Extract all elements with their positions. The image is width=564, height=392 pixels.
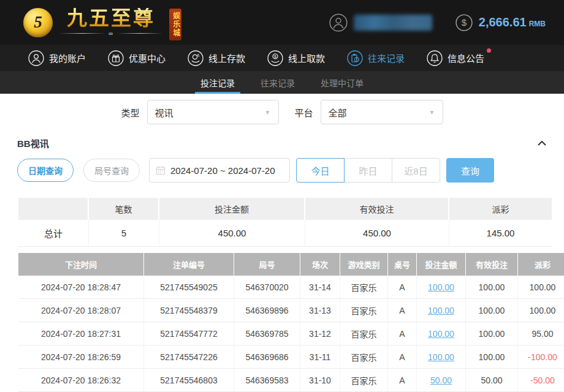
table-no: A — [388, 369, 417, 391]
balance-amount: 2,666.61 — [479, 15, 527, 29]
quick-range-group: 今日 昨日 近8日 — [296, 158, 440, 183]
balance-chip[interactable]: $ 2,666.61RMB — [455, 14, 546, 31]
type-select[interactable]: 视讯 ▼ — [147, 100, 279, 124]
table-row: 2024-07-20 18:27:31521745547772546369785… — [18, 322, 564, 345]
table-row: 2024-07-20 18:26:59521745547226546369686… — [18, 345, 564, 369]
today-button[interactable]: 今日 — [296, 158, 345, 183]
col-session: 场次 — [300, 253, 340, 276]
nav-item-deposit[interactable]: 线上存款 — [188, 50, 245, 66]
col-payout: 派彩 — [518, 253, 564, 276]
page: 5 九五至尊 ∞ 娱乐城 $ — [0, 0, 564, 392]
valid-bet: 100.00 — [466, 345, 518, 368]
game-type: 百家乐 — [340, 299, 388, 322]
search-button[interactable]: 查询 — [446, 158, 494, 183]
withdraw-icon: $ — [267, 50, 283, 66]
tab-processing-orders[interactable]: 处理中订单 — [317, 71, 367, 94]
order-id: 521745547772 — [144, 322, 234, 345]
svg-text:$: $ — [274, 54, 276, 58]
calendar-icon — [156, 165, 166, 175]
filter-row: 类型 视讯 ▼ 平台 全部 ▼ — [0, 100, 564, 124]
summary-header-row: 笔数 投注金额 有效投注 派彩 — [18, 198, 552, 220]
bell-icon — [427, 50, 443, 66]
bet-amount-link[interactable]: 100.00 — [417, 299, 466, 322]
username-redacted — [354, 15, 432, 31]
payout: 95.00 — [518, 322, 564, 345]
sub-tabbar: 投注记录 往来记录 处理中订单 — [0, 71, 564, 94]
nav-item-promotions[interactable]: 优惠中心 — [108, 50, 166, 66]
bet-amount-link[interactable]: 50.00 — [417, 369, 466, 391]
summary-header-count: 笔数 — [89, 198, 159, 220]
table-row: 2024-07-20 18:28:07521745548379546369896… — [18, 299, 564, 322]
bet-time: 2024-07-20 18:28:07 — [18, 299, 144, 322]
table-header-row: 下注时间 注单编号 局号 场次 游戏类别 桌号 投注金额 有效投注 派彩 — [18, 253, 564, 276]
account-chip[interactable] — [329, 13, 432, 32]
chevron-down-icon: ▼ — [259, 109, 271, 116]
round-id: 546369785 — [234, 322, 300, 345]
nav-item-records[interactable]: 往来记录 — [347, 50, 405, 66]
nav-label: 优惠中心 — [129, 51, 166, 64]
game-type: 百家乐 — [340, 345, 388, 368]
session: 31-13 — [300, 299, 340, 322]
table-no: A — [388, 276, 417, 298]
records-icon — [347, 50, 363, 66]
payout: 100.00 — [518, 299, 564, 322]
summary-total-row: 总计 5 450.00 450.00 145.00 — [18, 220, 552, 247]
nav-item-withdraw[interactable]: $ 线上取款 — [267, 50, 325, 66]
logo-mark-icon: 5 — [23, 8, 53, 37]
game-type: 百家乐 — [340, 276, 388, 298]
type-select-value: 视讯 — [155, 106, 173, 119]
col-bet-time: 下注时间 — [18, 253, 144, 276]
order-id: 521745549025 — [144, 276, 234, 298]
game-type: 百家乐 — [340, 369, 388, 391]
platform-select[interactable]: 全部 ▼ — [321, 100, 443, 124]
col-round-id: 局号 — [234, 253, 300, 276]
last-8-days-button[interactable]: 近8日 — [392, 158, 440, 183]
summary-payout-value: 145.00 — [449, 220, 552, 246]
valid-bet: 100.00 — [466, 299, 518, 322]
order-id: 521745546803 — [144, 369, 234, 391]
bet-amount-link[interactable]: 100.00 — [417, 276, 466, 298]
col-valid-bet: 有效投注 — [466, 253, 518, 276]
notification-dot — [487, 48, 491, 53]
bet-amount-link[interactable]: 100.00 — [417, 322, 466, 345]
brand-flourish: ∞ — [59, 30, 163, 37]
platform-select-value: 全部 — [329, 106, 347, 119]
yesterday-button[interactable]: 昨日 — [344, 158, 392, 183]
table-no: A — [388, 299, 417, 322]
summary-header-valid-bet: 有效投注 — [305, 198, 449, 220]
bet-records-table: 下注时间 注单编号 局号 场次 游戏类别 桌号 投注金额 有效投注 派彩 202… — [18, 253, 564, 392]
nav-item-announcements[interactable]: 信息公告 — [427, 50, 484, 66]
nav-item-my-account[interactable]: 我的账户 — [28, 50, 86, 66]
deposit-icon — [188, 50, 204, 66]
section-header: BB视讯 — [17, 137, 547, 149]
date-range-input[interactable]: 2024-07-20 ~ 2024-07-20 — [149, 158, 290, 183]
query-toolbar: 日期查询 局号查询 2024-07-20 ~ 2024-07-20 今日 昨日 … — [17, 158, 564, 183]
bet-amount-link[interactable]: 100.00 — [417, 345, 466, 368]
nav-label: 线上取款 — [288, 51, 325, 64]
round-query-button[interactable]: 局号查询 — [83, 159, 140, 182]
valid-bet: 50.00 — [466, 369, 518, 391]
table-no: A — [388, 322, 417, 345]
round-id: 546369583 — [234, 369, 300, 391]
order-id: 521745547226 — [144, 345, 234, 368]
table-row: 2024-07-20 18:26:32521745546803546369583… — [18, 369, 564, 392]
session: 31-14 — [300, 276, 340, 298]
col-order-id: 注单编号 — [144, 253, 234, 276]
brand-logo[interactable]: 5 九五至尊 ∞ 娱乐城 — [23, 5, 181, 40]
collapse-chevron-up-icon[interactable] — [537, 140, 547, 147]
bet-time: 2024-07-20 18:28:47 — [18, 276, 144, 298]
col-table-no: 桌号 — [388, 253, 417, 276]
summary-total-label: 总计 — [18, 220, 89, 246]
round-id: 546369896 — [234, 299, 300, 322]
user-icon — [329, 13, 348, 32]
date-range-value: 2024-07-20 ~ 2024-07-20 — [170, 165, 275, 176]
gift-icon — [108, 50, 124, 66]
brand-title: 九五至尊 — [67, 8, 155, 28]
date-query-button[interactable]: 日期查询 — [17, 159, 74, 182]
tab-transaction-records[interactable]: 往来记录 — [257, 71, 299, 94]
top-header: 5 九五至尊 ∞ 娱乐城 $ — [0, 0, 564, 45]
table-row: 2024-07-20 18:28:47521745549025546370020… — [18, 276, 564, 299]
balance-currency: RMB — [529, 20, 546, 28]
session: 31-12 — [300, 322, 340, 345]
tab-betting-records[interactable]: 投注记录 — [197, 71, 238, 94]
